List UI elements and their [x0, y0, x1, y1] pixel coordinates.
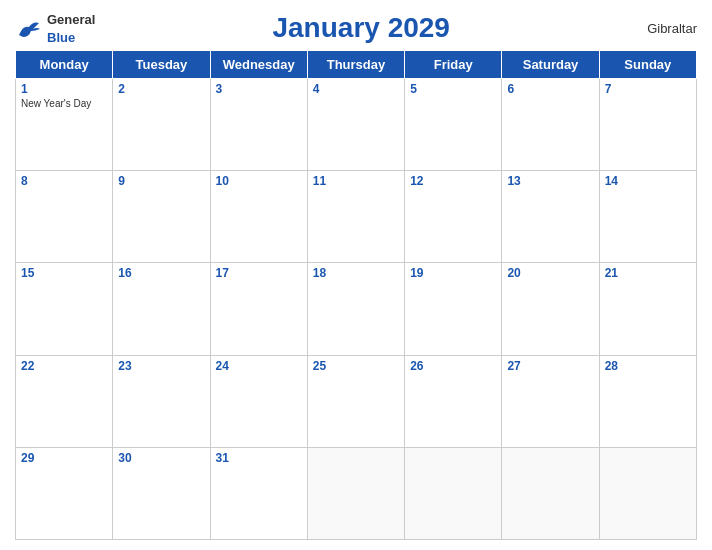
- table-row: 4: [307, 79, 404, 171]
- table-row: [405, 447, 502, 539]
- calendar-week-row: 15161718192021: [16, 263, 697, 355]
- table-row: 1New Year's Day: [16, 79, 113, 171]
- day-number: 8: [21, 174, 107, 188]
- day-number: 12: [410, 174, 496, 188]
- day-number: 2: [118, 82, 204, 96]
- table-row: 6: [502, 79, 599, 171]
- day-number: 13: [507, 174, 593, 188]
- region-label: Gibraltar: [627, 21, 697, 36]
- table-row: 10: [210, 171, 307, 263]
- day-number: 16: [118, 266, 204, 280]
- table-row: 23: [113, 355, 210, 447]
- calendar-week-row: 891011121314: [16, 171, 697, 263]
- day-number: 5: [410, 82, 496, 96]
- logo-bird-icon: [15, 17, 43, 39]
- table-row: 12: [405, 171, 502, 263]
- day-number: 27: [507, 359, 593, 373]
- calendar-title: January 2029: [95, 12, 627, 44]
- col-sunday: Sunday: [599, 51, 696, 79]
- day-number: 7: [605, 82, 691, 96]
- table-row: 8: [16, 171, 113, 263]
- day-number: 17: [216, 266, 302, 280]
- day-number: 9: [118, 174, 204, 188]
- day-number: 4: [313, 82, 399, 96]
- day-number: 23: [118, 359, 204, 373]
- table-row: 22: [16, 355, 113, 447]
- table-row: 20: [502, 263, 599, 355]
- table-row: 26: [405, 355, 502, 447]
- day-number: 18: [313, 266, 399, 280]
- calendar-table: Monday Tuesday Wednesday Thursday Friday…: [15, 50, 697, 540]
- table-row: 25: [307, 355, 404, 447]
- day-number: 31: [216, 451, 302, 465]
- logo: General Blue: [15, 10, 95, 46]
- table-row: 21: [599, 263, 696, 355]
- calendar-week-row: 293031: [16, 447, 697, 539]
- col-saturday: Saturday: [502, 51, 599, 79]
- day-number: 10: [216, 174, 302, 188]
- day-number: 3: [216, 82, 302, 96]
- day-number: 22: [21, 359, 107, 373]
- calendar-week-row: 22232425262728: [16, 355, 697, 447]
- table-row: 31: [210, 447, 307, 539]
- day-number: 30: [118, 451, 204, 465]
- calendar-week-row: 1New Year's Day234567: [16, 79, 697, 171]
- day-number: 19: [410, 266, 496, 280]
- table-row: 9: [113, 171, 210, 263]
- col-wednesday: Wednesday: [210, 51, 307, 79]
- logo-general-text: General: [47, 12, 95, 27]
- table-row: 24: [210, 355, 307, 447]
- table-row: 29: [16, 447, 113, 539]
- day-number: 29: [21, 451, 107, 465]
- table-row: 13: [502, 171, 599, 263]
- table-row: 3: [210, 79, 307, 171]
- table-row: 27: [502, 355, 599, 447]
- table-row: 16: [113, 263, 210, 355]
- table-row: [307, 447, 404, 539]
- table-row: 2: [113, 79, 210, 171]
- table-row: 30: [113, 447, 210, 539]
- table-row: 15: [16, 263, 113, 355]
- day-number: 26: [410, 359, 496, 373]
- table-row: 17: [210, 263, 307, 355]
- table-row: 18: [307, 263, 404, 355]
- table-row: 11: [307, 171, 404, 263]
- table-row: [502, 447, 599, 539]
- table-row: 5: [405, 79, 502, 171]
- col-tuesday: Tuesday: [113, 51, 210, 79]
- table-row: 14: [599, 171, 696, 263]
- day-number: 6: [507, 82, 593, 96]
- day-number: 25: [313, 359, 399, 373]
- day-number: 20: [507, 266, 593, 280]
- table-row: 7: [599, 79, 696, 171]
- holiday-label: New Year's Day: [21, 98, 107, 109]
- day-number: 21: [605, 266, 691, 280]
- day-number: 28: [605, 359, 691, 373]
- table-row: 28: [599, 355, 696, 447]
- day-number: 15: [21, 266, 107, 280]
- table-row: 19: [405, 263, 502, 355]
- table-row: [599, 447, 696, 539]
- col-thursday: Thursday: [307, 51, 404, 79]
- calendar-header-row: Monday Tuesday Wednesday Thursday Friday…: [16, 51, 697, 79]
- day-number: 11: [313, 174, 399, 188]
- day-number: 1: [21, 82, 107, 96]
- col-monday: Monday: [16, 51, 113, 79]
- logo-blue-text: Blue: [47, 30, 75, 45]
- day-number: 14: [605, 174, 691, 188]
- top-bar: General Blue January 2029 Gibraltar: [15, 10, 697, 46]
- col-friday: Friday: [405, 51, 502, 79]
- day-number: 24: [216, 359, 302, 373]
